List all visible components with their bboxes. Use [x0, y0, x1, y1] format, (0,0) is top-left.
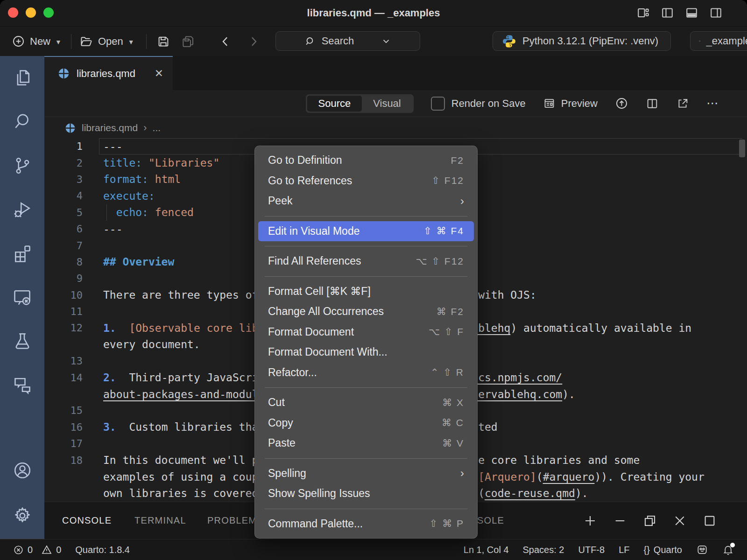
encoding-status[interactable]: UTF-8: [578, 545, 605, 555]
quarto-version-status[interactable]: Quarto: 1.8.4: [75, 545, 130, 555]
status-bar: 0 0 Quarto: 1.8.4 Ln 1, Col 4 Spaces: 2 …: [0, 539, 747, 560]
menu-shortcut: ⇧ ⌘ F4: [423, 225, 464, 237]
workspace-selector[interactable]: _examples: [690, 31, 747, 51]
braces-icon: {}: [643, 545, 649, 555]
menu-item-go-to-definition[interactable]: Go to DefinitionF2: [258, 150, 474, 171]
new-button[interactable]: New ▼: [12, 27, 62, 56]
navigate-back-button[interactable]: [218, 27, 233, 56]
menu-item-copy[interactable]: Copy⌘ C: [258, 413, 474, 434]
chat-icon[interactable]: [0, 363, 44, 407]
line-number: 16: [44, 421, 83, 433]
activity-bar: [0, 56, 44, 539]
menu-item-refactor[interactable]: Refactor...⌃ ⇧ R: [258, 363, 474, 383]
navigate-forward-button[interactable]: [247, 27, 261, 56]
search-icon: [304, 35, 316, 47]
menu-item-edit-in-visual-mode[interactable]: Edit in Visual Mode⇧ ⌘ F4: [258, 221, 474, 242]
preview-label: Preview: [561, 98, 598, 110]
open-button[interactable]: Open ▼: [79, 27, 134, 56]
render-on-save-label: Render on Save: [451, 98, 526, 110]
folder-icon: [699, 34, 701, 48]
chevron-down-icon: ▼: [128, 38, 134, 46]
menu-item-format-cell-k-f[interactable]: Format Cell [⌘K ⌘F]: [258, 281, 474, 302]
line-number: 17: [44, 438, 83, 449]
feedback-button[interactable]: [696, 544, 708, 556]
open-button-label: Open: [98, 35, 123, 48]
restore-panel-icon[interactable]: [643, 514, 657, 528]
line-number: 1: [44, 140, 83, 152]
menu-item-change-all-occurrences[interactable]: Change All Occurrences⌘ F2: [258, 301, 474, 322]
search-input[interactable]: Search: [275, 31, 420, 51]
toggle-secondary-sidebar-icon[interactable]: [709, 6, 723, 20]
render-on-save-checkbox[interactable]: [431, 97, 445, 111]
line-number: 2: [44, 157, 83, 169]
tab-libraries-qmd[interactable]: libraries.qmd ✕: [44, 56, 173, 90]
line-number: 15: [44, 405, 83, 416]
menu-shortcut: ⌘ C: [442, 417, 464, 428]
run-debug-icon[interactable]: [0, 188, 44, 231]
breadcrumb[interactable]: libraries.qmd › ...: [44, 118, 747, 138]
menu-item-spelling[interactable]: Spelling›: [258, 463, 474, 484]
close-tab-icon[interactable]: ✕: [155, 67, 163, 80]
menu-separator: [265, 387, 467, 388]
open-in-new-window-icon[interactable]: [676, 97, 689, 110]
source-control-icon[interactable]: [0, 144, 44, 188]
submenu-chevron-icon: ›: [460, 195, 464, 208]
line-number: 13: [44, 355, 83, 367]
menu-separator: [265, 458, 467, 459]
save-all-button[interactable]: [181, 27, 195, 56]
split-editor-icon[interactable]: [646, 97, 659, 110]
breadcrumb-more[interactable]: ...: [153, 122, 161, 133]
menu-item-show-spelling-issues[interactable]: Show Spelling Issues: [258, 483, 474, 504]
more-actions-icon[interactable]: ⋯: [706, 96, 720, 111]
editor-scrollbar[interactable]: [739, 140, 745, 157]
menu-item-go-to-references[interactable]: Go to References⇧ F12: [258, 171, 474, 191]
menu-item-command-palette[interactable]: Command Palette...⇧ ⌘ P: [258, 514, 474, 534]
eol-status[interactable]: LF: [619, 545, 629, 555]
customize-layout-icon[interactable]: [636, 6, 650, 20]
menu-shortcut: ⌥ ⇧ F12: [416, 256, 464, 267]
context-menu: Go to DefinitionF2Go to References⇧ F12P…: [254, 146, 478, 539]
sessions-icon[interactable]: [0, 275, 44, 319]
panel-tab-terminal[interactable]: TERMINAL: [134, 502, 186, 539]
menu-item-find-all-references[interactable]: Find All References⌥ ⇧ F12: [258, 251, 474, 272]
settings-gear-icon[interactable]: [0, 492, 44, 539]
breadcrumb-file[interactable]: libraries.qmd: [82, 122, 138, 133]
language-mode-status[interactable]: {} Quarto: [643, 545, 682, 555]
close-panel-icon[interactable]: [673, 514, 687, 528]
preview-button[interactable]: Preview: [543, 97, 598, 110]
new-console-icon[interactable]: [583, 514, 597, 528]
cursor-position-status[interactable]: Ln 1, Col 4: [464, 545, 509, 555]
menu-shortcut: ⌃ ⇧ R: [430, 367, 464, 378]
chevron-down-icon: ▼: [55, 38, 62, 46]
notifications-button[interactable]: [722, 544, 734, 556]
testing-icon[interactable]: [0, 319, 44, 363]
menu-item-format-document[interactable]: Format Document⌥ ⇧ F: [258, 322, 474, 343]
menu-shortcut: ⇧ F12: [431, 175, 464, 186]
menu-item-peek[interactable]: Peek›: [258, 191, 474, 211]
search-icon[interactable]: [0, 100, 44, 144]
panel-tab-console[interactable]: CONSOLE: [62, 502, 112, 540]
save-button[interactable]: [156, 27, 170, 56]
interpreter-selector[interactable]: Python 3.12.1 (PipEnv: .venv): [493, 31, 671, 51]
minimize-panel-icon[interactable]: [613, 514, 627, 528]
menu-item-cut[interactable]: Cut⌘ X: [258, 392, 474, 413]
toolbar-divider: [146, 34, 147, 49]
render-publish-icon[interactable]: [615, 97, 628, 110]
line-number: 7: [44, 240, 83, 252]
panel-layout-icon[interactable]: [703, 514, 717, 528]
visual-mode-button[interactable]: Visual: [362, 96, 412, 112]
menu-shortcut: ⌘ V: [442, 438, 464, 449]
title-bar: libraries.qmd — _examples: [0, 0, 747, 27]
problems-status[interactable]: 0 0: [13, 544, 61, 555]
line-number: 10: [44, 289, 83, 301]
top-toolbar: New ▼ Open ▼ Search: [0, 27, 747, 56]
menu-item-format-document-with[interactable]: Format Document With...: [258, 342, 474, 363]
explorer-icon[interactable]: [0, 56, 44, 100]
toggle-sidebar-icon[interactable]: [661, 6, 674, 20]
menu-item-paste[interactable]: Paste⌘ V: [258, 433, 474, 454]
toggle-panel-icon[interactable]: [685, 6, 698, 20]
extensions-icon[interactable]: [0, 231, 44, 275]
indentation-status[interactable]: Spaces: 2: [523, 545, 564, 555]
account-icon[interactable]: [0, 448, 44, 492]
source-mode-button[interactable]: Source: [307, 96, 362, 112]
